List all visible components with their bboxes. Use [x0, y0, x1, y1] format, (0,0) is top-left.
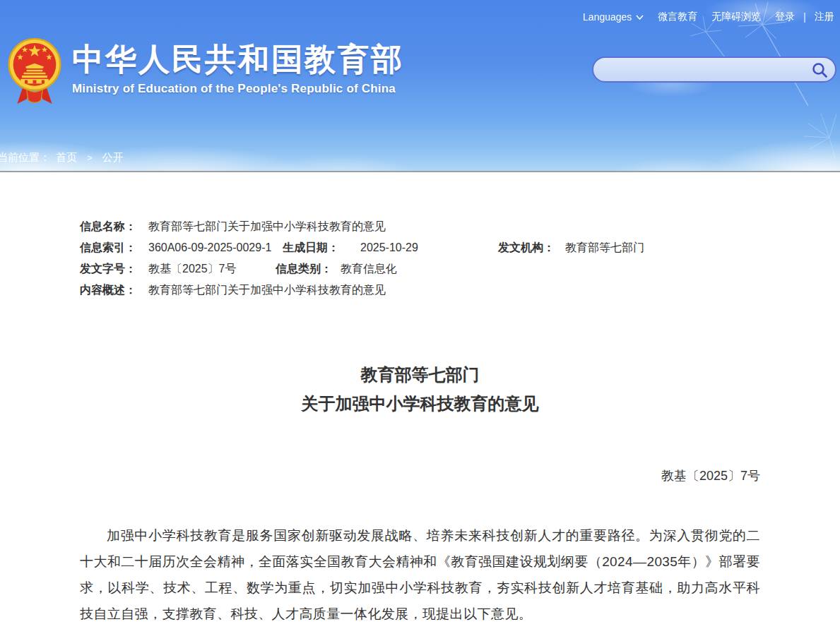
document-title: 教育部等七部门 关于加强中小学科技教育的意见 — [80, 360, 760, 418]
meta-docno-label: 发文字号： — [80, 258, 148, 280]
site-subtitle: Ministry of Education of the People's Re… — [72, 82, 404, 96]
document-body-paragraph: 加强中小学科技教育是服务国家创新驱动发展战略、培养未来科技创新人才的重要路径。为… — [80, 522, 760, 627]
meta-date-label: 生成日期： — [283, 237, 360, 258]
meta-row-index: 信息索引： 360A06-09-2025-0029-1 生成日期： 2025-1… — [80, 237, 760, 258]
languages-label: Languages — [583, 11, 632, 23]
document-title-line1: 教育部等七部门 — [80, 360, 760, 389]
document-meta-table: 信息名称： 教育部等七部门关于加强中小学科技教育的意见 信息索引： 360A06… — [80, 216, 760, 301]
search-box — [592, 56, 836, 83]
document-title-line2: 关于加强中小学科技教育的意见 — [80, 389, 760, 418]
china-national-emblem-icon — [6, 37, 64, 107]
search-button[interactable] — [811, 61, 828, 78]
breadcrumb-home-link[interactable]: 首页 — [56, 151, 77, 164]
site-header: Languages 微言教育 无障碍浏览 登录 | 注册 — [0, 0, 840, 172]
breadcrumb: 当前位置： 首页 > 公开 — [0, 151, 124, 164]
meta-agency-label: 发文机构： — [498, 237, 565, 258]
document-page: 信息名称： 教育部等七部门关于加强中小学科技教育的意见 信息索引： 360A06… — [80, 172, 760, 627]
languages-menu[interactable]: Languages — [583, 11, 644, 23]
meta-name-label: 信息名称： — [80, 216, 148, 237]
site-title: 中华人民共和国教育部 — [72, 42, 404, 76]
meta-category-label: 信息类别： — [276, 258, 341, 280]
breadcrumb-prefix: 当前位置： — [0, 151, 50, 164]
weiyan-education-link[interactable]: 微言教育 — [658, 11, 697, 23]
register-link[interactable]: 注册 — [815, 11, 834, 23]
meta-index-value: 360A06-09-2025-0029-1 — [148, 237, 283, 258]
breadcrumb-separator: > — [87, 152, 93, 163]
meta-summary-label: 内容概述： — [80, 280, 148, 301]
meta-agency-value: 教育部等七部门 — [565, 237, 644, 258]
document-number: 教基〔2025〕7号 — [80, 467, 760, 484]
top-utility-nav: Languages 微言教育 无障碍浏览 登录 | 注册 — [583, 11, 834, 23]
login-link[interactable]: 登录 — [775, 11, 795, 23]
brand-text: 中华人民共和国教育部 Ministry of Education of the … — [72, 37, 404, 96]
meta-name-value: 教育部等七部门关于加强中小学科技教育的意见 — [148, 216, 386, 237]
meta-date-value: 2025-10-29 — [360, 237, 498, 258]
accessibility-link[interactable]: 无障碍浏览 — [711, 11, 761, 23]
site-brand[interactable]: 中华人民共和国教育部 Ministry of Education of the … — [6, 37, 404, 107]
search-input[interactable] — [605, 58, 811, 81]
meta-row-name: 信息名称： 教育部等七部门关于加强中小学科技教育的意见 — [80, 216, 760, 237]
chevron-down-icon — [636, 15, 644, 20]
meta-summary-value: 教育部等七部门关于加强中小学科技教育的意见 — [148, 280, 386, 301]
meta-category-value: 教育信息化 — [341, 258, 397, 280]
meta-row-summary: 内容概述： 教育部等七部门关于加强中小学科技教育的意见 — [80, 280, 760, 301]
breadcrumb-current-link[interactable]: 公开 — [102, 151, 124, 164]
meta-index-label: 信息索引： — [80, 237, 148, 258]
search-icon — [811, 61, 828, 78]
meta-row-docno: 发文字号： 教基〔2025〕7号 信息类别： 教育信息化 — [80, 258, 760, 280]
meta-docno-value: 教基〔2025〕7号 — [148, 258, 276, 280]
topbar-divider: | — [803, 11, 806, 23]
